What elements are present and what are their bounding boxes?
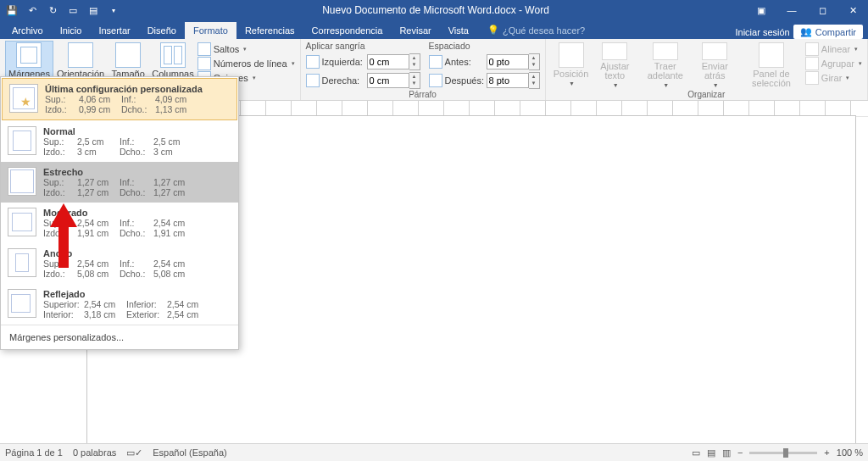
- margin-option-title: Moderado: [43, 208, 88, 218]
- send-back-button: Enviar atrás▼: [692, 41, 737, 92]
- save-icon[interactable]: 💾: [3, 2, 20, 19]
- bring-forward-button: Traer adelante▼: [638, 41, 692, 92]
- margin-option-narrow[interactable]: Estrecho Sup.:1,27 cm Inf.:1,27 cm Izdo.…: [1, 162, 238, 203]
- language-indicator[interactable]: Español (España): [153, 447, 226, 458]
- rotate-button: Girar▾: [805, 71, 862, 85]
- qat-customize-icon[interactable]: ▾: [105, 2, 122, 19]
- line-numbers-icon: [198, 57, 211, 70]
- indent-right-icon: [306, 74, 320, 87]
- margin-preview-icon: [8, 208, 36, 236]
- group-button: Agrupar▾: [805, 57, 862, 70]
- margin-preview-icon: ★: [9, 84, 38, 113]
- spacing-heading: Espaciado: [429, 41, 540, 51]
- rotate-icon: [805, 71, 819, 85]
- spacing-after-icon: [429, 74, 442, 87]
- group-label-arrange: Organizar: [546, 90, 867, 99]
- quick-access-toolbar: 💾 ↶ ↻ ▭ ▤ ▾: [0, 2, 125, 19]
- margin-option-moderate[interactable]: Moderado Sup.:2,54 cm Inf.:2,54 cm Izdo.…: [1, 203, 238, 243]
- custom-margins-button[interactable]: Márgenes personalizados...: [1, 325, 238, 349]
- indent-left-icon: [306, 55, 320, 69]
- margin-option-title: Última configuración personalizada: [45, 84, 203, 94]
- redo-icon[interactable]: ↻: [44, 2, 61, 19]
- indent-left-input[interactable]: ▲▼: [367, 53, 420, 70]
- open-icon[interactable]: ▤: [85, 2, 102, 19]
- zoom-level[interactable]: 100 %: [837, 447, 863, 458]
- share-icon: 👥: [800, 26, 812, 37]
- indent-left-label: Izquierda:: [322, 57, 364, 67]
- margin-preview-icon: [8, 126, 36, 155]
- proofing-icon[interactable]: ▭✓: [126, 447, 142, 458]
- share-button[interactable]: 👥Compartir: [793, 25, 863, 39]
- margin-option-normal[interactable]: Normal Sup.:2,5 cm Inf.:2,5 cm Izdo.:3 c…: [1, 121, 238, 162]
- spacing-before-input[interactable]: ▲▼: [487, 53, 540, 70]
- zoom-slider[interactable]: [749, 452, 817, 454]
- new-icon[interactable]: ▭: [64, 2, 81, 19]
- tab-insertar[interactable]: Insertar: [90, 22, 138, 39]
- columns-icon: [160, 42, 186, 68]
- bulb-icon: 💡: [487, 25, 499, 36]
- size-icon: [115, 42, 141, 68]
- margins-icon: [16, 42, 42, 68]
- margin-option-mirrored[interactable]: Reflejado Superior:2,54 cm Inferior:2,54…: [1, 284, 238, 325]
- pane-icon: [759, 42, 784, 68]
- tab-revisar[interactable]: Revisar: [391, 22, 439, 39]
- undo-icon[interactable]: ↶: [24, 2, 41, 19]
- web-layout-icon[interactable]: ▥: [722, 447, 731, 458]
- spacing-before-label: Antes:: [445, 57, 484, 67]
- window-controls: ▣ — ◻ ✕: [746, 2, 868, 19]
- tab-referencias[interactable]: Referencias: [236, 22, 303, 39]
- margin-preview-icon: [8, 289, 36, 318]
- align-icon: [805, 42, 819, 56]
- margins-dropdown: ★ Última configuración personalizada Sup…: [0, 76, 239, 350]
- tell-me[interactable]: 💡¿Qué desea hacer?: [484, 21, 588, 39]
- breaks-button[interactable]: Saltos▾: [198, 42, 295, 56]
- read-mode-icon[interactable]: ▭: [692, 447, 700, 458]
- tab-formato[interactable]: Formato: [185, 22, 236, 39]
- position-button: Posición▼: [551, 41, 592, 92]
- margin-option-title: Normal: [43, 126, 75, 136]
- status-bar: Página 1 de 1 0 palabras ▭✓ Español (Esp…: [0, 443, 868, 461]
- close-icon[interactable]: ✕: [837, 2, 868, 19]
- margin-preview-icon: [8, 167, 36, 196]
- margin-option-title: Reflejado: [43, 289, 86, 299]
- margin-option-title: Ancho: [43, 248, 72, 258]
- margin-preview-icon: [8, 248, 36, 277]
- tab-diseno[interactable]: Diseño: [139, 22, 185, 39]
- group-label-paragraph: Párrafo: [301, 90, 545, 99]
- spacing-after-label: Después:: [445, 75, 484, 86]
- position-icon: [559, 42, 584, 68]
- forward-icon: [653, 42, 678, 60]
- line-numbers-button[interactable]: Números de línea▾: [198, 57, 295, 70]
- spacing-before-icon: [429, 55, 442, 69]
- margin-option-wide[interactable]: Ancho Sup.:2,54 cm Inf.:2,54 cm Izdo.:5,…: [1, 243, 238, 284]
- maximize-icon[interactable]: ◻: [807, 2, 837, 19]
- window-title: Nuevo Documento de Microsoft Word.docx -…: [125, 4, 746, 16]
- indent-right-input[interactable]: ▲▼: [367, 72, 420, 89]
- title-bar: 💾 ↶ ↻ ▭ ▤ ▾ Nuevo Documento de Microsoft…: [0, 0, 868, 20]
- align-button: Alinear▾: [805, 42, 862, 56]
- zoom-in-icon[interactable]: +: [824, 447, 829, 458]
- group-paragraph: Aplicar sangría Izquierda:▲▼ Derecha:▲▼ …: [301, 39, 546, 100]
- group-icon: [805, 57, 819, 70]
- zoom-out-icon[interactable]: −: [737, 447, 743, 458]
- ribbon-tabs: Archivo Inicio Insertar Diseño Formato R…: [0, 20, 868, 39]
- minimize-icon[interactable]: —: [776, 2, 807, 19]
- ribbon-display-icon[interactable]: ▣: [746, 2, 776, 19]
- wrap-icon: [602, 42, 627, 60]
- indent-heading: Aplicar sangría: [306, 41, 420, 51]
- tab-inicio[interactable]: Inicio: [52, 22, 91, 39]
- margin-option-last[interactable]: ★ Última configuración personalizada Sup…: [2, 78, 237, 120]
- print-layout-icon[interactable]: ▤: [707, 447, 715, 458]
- selection-pane-button: Panel de selección: [737, 41, 805, 92]
- margin-option-title: Estrecho: [43, 167, 83, 177]
- spacing-after-input[interactable]: ▲▼: [487, 72, 540, 89]
- word-count[interactable]: 0 palabras: [73, 447, 116, 458]
- wrap-text-button: Ajustar texto▼: [592, 41, 639, 92]
- tab-vista[interactable]: Vista: [440, 22, 477, 39]
- page-indicator[interactable]: Página 1 de 1: [5, 447, 63, 458]
- indent-right-label: Derecha:: [322, 75, 364, 86]
- tab-correspondencia[interactable]: Correspondencia: [303, 22, 392, 39]
- sign-in-link[interactable]: Iniciar sesión: [736, 27, 790, 37]
- breaks-icon: [198, 42, 211, 56]
- tab-archivo[interactable]: Archivo: [3, 22, 52, 39]
